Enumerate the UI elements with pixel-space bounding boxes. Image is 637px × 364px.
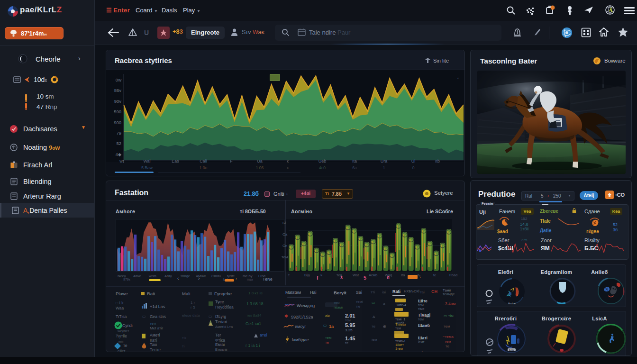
- svg-text:$100: $100: [509, 348, 514, 351]
- svg-text:Агоі аг: Агоі аг: [508, 302, 516, 305]
